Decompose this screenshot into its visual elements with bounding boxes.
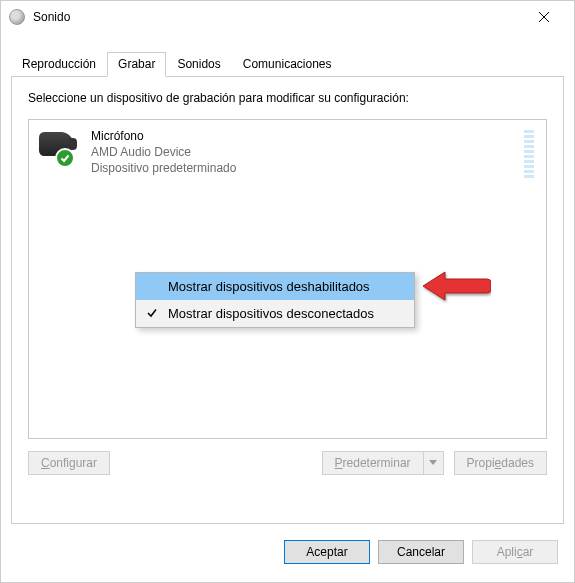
set-default-button: Predeterminar [322,451,424,475]
device-status: Dispositivo predeterminado [91,160,236,176]
cancel-button[interactable]: Cancelar [378,540,464,564]
close-button[interactable] [522,2,566,32]
set-default-splitbutton: Predeterminar [322,451,444,475]
sound-dialog: Sonido Reproducción Grabar Sonidos Comun… [0,0,575,583]
tab-record[interactable]: Grabar [107,52,166,77]
context-menu: Mostrar dispositivos deshabilitados Most… [135,272,415,328]
menu-item-show-disconnected[interactable]: Mostrar dispositivos desconectados [136,300,414,327]
device-labels: Micrófono AMD Audio Device Dispositivo p… [91,128,236,177]
device-driver: AMD Audio Device [91,144,236,160]
apply-button: Aplicar [472,540,558,564]
svg-marker-2 [429,460,437,465]
close-icon [538,11,550,23]
tab-sounds[interactable]: Sonidos [166,52,231,77]
titlebar: Sonido [1,1,574,33]
properties-button: Propiedades [454,451,547,475]
instruction-text: Seleccione un dispositivo de grabación p… [28,91,547,105]
tab-page-record: Seleccione un dispositivo de grabación p… [11,77,564,524]
window-title: Sonido [33,10,70,24]
level-meter [524,128,536,178]
menu-item-show-disabled[interactable]: Mostrar dispositivos deshabilitados [136,273,414,300]
configure-button: Configurar [28,451,110,475]
tab-playback[interactable]: Reproducción [11,52,107,77]
device-item-microphone[interactable]: Micrófono AMD Audio Device Dispositivo p… [29,120,546,186]
ok-button[interactable]: Aceptar [284,540,370,564]
tab-footer: Configurar Predeterminar Propiedades [28,451,547,475]
annotation-arrow-icon [421,267,491,305]
device-name: Micrófono [91,128,236,144]
default-check-icon [55,148,75,168]
microphone-icon [39,128,81,166]
chevron-down-icon [424,451,444,475]
tab-strip: Reproducción Grabar Sonidos Comunicacion… [11,51,564,77]
device-listbox[interactable]: Micrófono AMD Audio Device Dispositivo p… [28,119,547,439]
dialog-button-bar: Aceptar Cancelar Aplicar [1,524,574,580]
sound-icon [9,9,25,25]
menu-item-label: Mostrar dispositivos desconectados [168,306,374,321]
checkmark-icon [146,306,158,321]
tab-communications[interactable]: Comunicaciones [232,52,343,77]
